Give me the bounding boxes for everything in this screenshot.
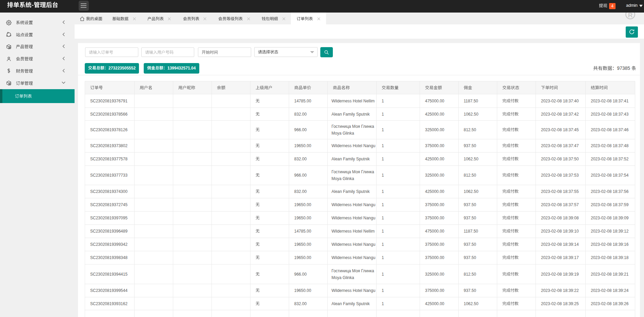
svg-text:R: R [628,13,633,19]
